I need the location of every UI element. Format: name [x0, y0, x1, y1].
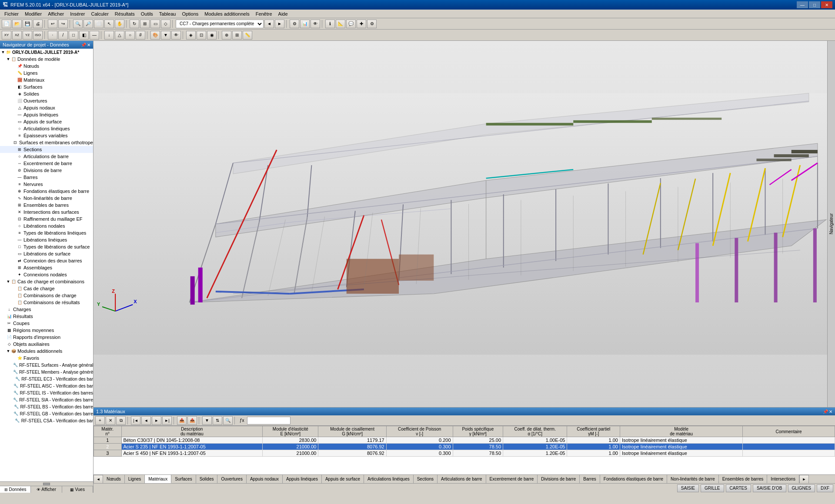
nav-project-root[interactable]: ▼ 📁 ORLY-DLUBAL-JUILLET 2019-A* [0, 49, 93, 56]
nav-rfsteel-aisc[interactable]: 🔧RF-STEEL AISC - Vérification des bar [0, 382, 93, 389]
nav-pin-btn[interactable]: 📌 [81, 43, 86, 47]
data-panel-pin[interactable]: 📌 [823, 409, 828, 414]
nav-favoris[interactable]: ⭐Favoris [0, 355, 93, 361]
nav-coupes[interactable]: ✂Coupes [0, 320, 93, 327]
nav-objets-aux[interactable]: ◇Objets auxiliaires [0, 341, 93, 348]
tb-move[interactable]: ✋ [115, 20, 124, 28]
bottom-tab-barres[interactable]: Barres [580, 475, 600, 483]
dt-first[interactable]: |◄ [131, 416, 140, 425]
tb-measure[interactable]: 📐 [336, 20, 345, 28]
nav-lib-surf[interactable]: ▭Libérations de surface [0, 250, 93, 257]
bottom-tab-lignes[interactable]: Lignes [125, 475, 145, 483]
nav-rfsteel-gb[interactable]: 🔧RF-STEEL GB - Vérification des barre [0, 410, 93, 417]
nav-appuis-nod[interactable]: △Appuis nodaux [0, 104, 93, 111]
minimize-button[interactable]: — [797, 1, 808, 8]
bottom-tab-noeuds[interactable]: Nœuds [103, 475, 125, 483]
nav-rfsteel-surf[interactable]: 🔧RF-STEEL Surfaces - Analyse général [0, 361, 93, 368]
bottom-tab-nonlin[interactable]: Non-linéarités de barre [667, 475, 719, 483]
tb2-numbering[interactable]: # [136, 31, 145, 40]
nav-rfsteel-sia[interactable]: 🔧RF-STEEL SIA - Vérification des barre [0, 396, 93, 403]
bottom-tab-appuis-surf[interactable]: Appuis de surface [322, 475, 364, 483]
nav-rfsteel-csa[interactable]: 🔧RF-STEEL CSA - Vérification des bar [0, 417, 93, 424]
viewport-right-nav[interactable]: Navigateur [827, 41, 835, 407]
nav-barres[interactable]: —Barres [0, 174, 93, 181]
dt-formula-input[interactable] [247, 417, 291, 424]
bottom-tab-ouvertures[interactable]: Ouvertures [217, 475, 246, 483]
load-case-dropdown[interactable]: CC7 - Charges permanentes complète [176, 20, 264, 28]
nav-div-barre[interactable]: ⊘Divisions de barre [0, 167, 93, 174]
status-saisie-ob[interactable]: SAISIE D'OB [753, 484, 786, 492]
cell-row1-nu[interactable]: 0.200 [386, 437, 453, 444]
close-button[interactable]: ✕ [821, 1, 832, 8]
tb-next-case[interactable]: ► [275, 20, 284, 28]
scroll-thumb[interactable] [43, 483, 50, 485]
cell-row2-alpha[interactable]: 1.20E-05 [503, 444, 567, 450]
nav-conn-nod[interactable]: ✦Connexions nodales [0, 271, 93, 278]
menu-outils[interactable]: Outils [138, 10, 156, 17]
nav-nonlin[interactable]: ∿Non-linéarités de barre [0, 195, 93, 202]
tb2-view-xz[interactable]: XZ [12, 31, 22, 40]
nav-exc-barre[interactable]: ↔Excentrement de barre [0, 160, 93, 167]
tb2-snap[interactable]: ⊕ [222, 31, 231, 40]
tb2-loads[interactable]: ↓ [104, 31, 114, 40]
data-panel-close[interactable]: ✕ [829, 409, 832, 414]
cell-row2-model[interactable]: Isotrope linéairement élastique [620, 444, 742, 450]
col-header-b[interactable]: Descriptiondu matériau [121, 426, 263, 437]
bottom-tab-sections[interactable]: Sections [414, 475, 438, 483]
dt-sort[interactable]: ⇅ [213, 416, 222, 425]
nav-appuis-surf[interactable]: ▭Appuis de surface [0, 118, 93, 125]
tb-settings[interactable]: ⚙ [367, 20, 377, 28]
col-header-f[interactable]: Poids spécifiqueγ [kN/m³] [453, 426, 503, 437]
nav-charges[interactable]: ↓Charges [0, 306, 93, 313]
tb-info[interactable]: ℹ [325, 20, 335, 28]
status-saisie[interactable]: SAISIE [677, 484, 699, 492]
dt-delete[interactable]: ✕ [106, 416, 115, 425]
tb-cross[interactable]: ✚ [357, 20, 366, 28]
tb2-nodes[interactable]: · [48, 31, 57, 40]
tb2-supports[interactable]: △ [115, 31, 124, 40]
tb-undo[interactable]: ↩ [48, 20, 57, 28]
dt-last[interactable]: ►| [162, 416, 172, 425]
nav-cas-group[interactable]: ▼ 📋 Cas de charge et combinaisons [0, 278, 93, 285]
menu-tableau[interactable]: Tableau [157, 10, 179, 17]
dt-import[interactable]: 📥 [177, 416, 187, 425]
nav-combis-res[interactable]: 📋Combinaisons de résultats [0, 299, 93, 306]
status-dxf[interactable]: DXF [817, 484, 833, 492]
menu-modules[interactable]: Modules additionnels [202, 10, 252, 17]
tb-prev-case[interactable]: ◄ [264, 20, 274, 28]
cell-row1-comment[interactable] [743, 437, 835, 444]
nav-appuis-lin[interactable]: —Appuis linéiques [0, 111, 93, 118]
data-table-wrapper[interactable]: Matér.n° Descriptiondu matériau Module d… [94, 426, 835, 474]
tb2-wire[interactable]: ⊡ [197, 31, 206, 40]
nav-ep-var[interactable]: ≡Épaisseurs variables [0, 132, 93, 139]
nav-types-lib-lin[interactable]: ≡Types de libérations linéiques [0, 229, 93, 236]
table-row[interactable]: 3 Acier S 450 | NF EN 1993-1-1:2007-05 2… [94, 450, 835, 457]
nav-fond-el[interactable]: ⊕Fondations élastiques de barre [0, 188, 93, 195]
nav-raff[interactable]: ⊡Raffinement du maillage EF [0, 216, 93, 222]
table-row[interactable]: 2 Acier S 235 | NF EN 1993-1-1:2007-05 2… [94, 444, 835, 450]
viewport[interactable]: X Z Y [94, 41, 835, 407]
tabs-scroll-right[interactable]: ► [799, 475, 809, 484]
tb-view-front[interactable]: ▭ [150, 20, 160, 28]
left-tab-donnees[interactable]: ⊞ Données [0, 486, 31, 493]
cell-row2-gamma[interactable]: 78.50 [453, 444, 503, 450]
menu-afficher[interactable]: Afficher [45, 10, 67, 17]
col-header-d[interactable]: Module de cisaillementG [kN/cm²] [318, 426, 386, 437]
col-header-i[interactable]: Modèlede matériau [620, 426, 742, 437]
cell-row3-desc[interactable]: Acier S 450 | NF EN 1993-1-1:2007-05 [121, 450, 263, 457]
nav-intersections[interactable]: ✕Intersections des surfaces [0, 209, 93, 216]
cell-row1-E[interactable]: 2830.00 [263, 437, 318, 444]
cell-row1-alpha[interactable]: 1.00E-05 [503, 437, 567, 444]
nav-noeuds[interactable]: 📌Nœuds [0, 63, 93, 70]
dt-filter[interactable]: ▼ [202, 416, 212, 425]
tb-redo[interactable]: ↪ [58, 20, 68, 28]
maximize-button[interactable]: □ [809, 1, 820, 8]
nav-combis-charge[interactable]: 📋Combinaisons de charge [0, 292, 93, 299]
bottom-tab-div[interactable]: Divisions de barre [538, 475, 580, 483]
tb-print[interactable]: 🖨 [33, 20, 43, 28]
tb-view-top[interactable]: ⊞ [140, 20, 150, 28]
nav-modules-group[interactable]: ▼ 📦 Modules additionnels [0, 348, 93, 355]
tb2-solids[interactable]: ◧ [79, 31, 89, 40]
tb-new[interactable]: 📄 [2, 20, 11, 28]
cell-row3-comment[interactable] [743, 450, 835, 457]
